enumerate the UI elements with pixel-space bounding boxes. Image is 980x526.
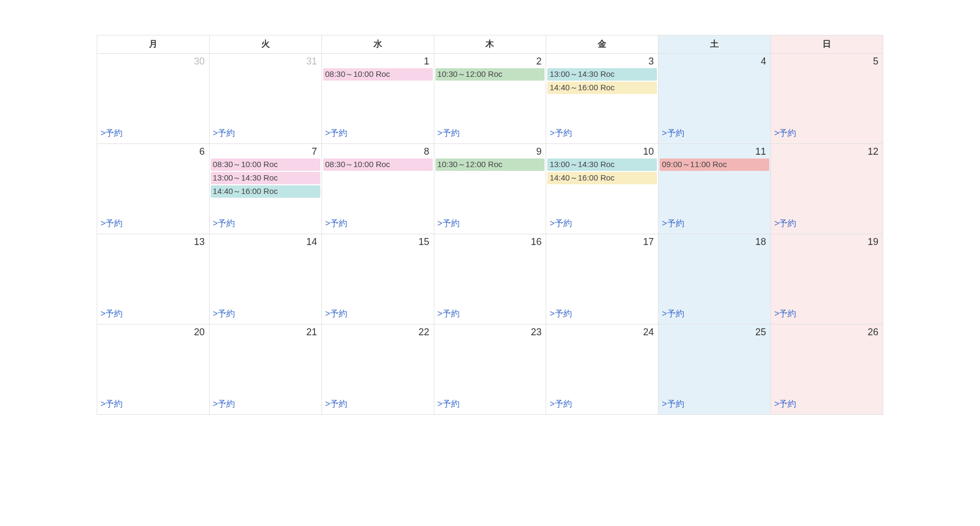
day-cell: 18>予約 (659, 234, 771, 325)
calendar-event[interactable]: 13:00～14:30 Roc (547, 158, 657, 171)
day-cell: 26>予約 (771, 325, 883, 415)
day-cell: 17>予約 (546, 234, 659, 325)
day-number: 3 (546, 54, 658, 68)
reserve-link[interactable]: >予約 (659, 305, 770, 324)
day-number: 9 (434, 144, 546, 158)
reserve-link[interactable]: >予約 (97, 395, 209, 414)
day-cell: 15>予約 (322, 234, 434, 325)
calendar-event[interactable]: 08:30～10:00 Roc (211, 158, 320, 171)
reserve-link[interactable]: >予約 (546, 395, 658, 414)
weekday-header: 月 (97, 35, 210, 54)
day-cell: 13>予約 (97, 234, 210, 325)
day-cell: 108:30～10:00 Roc>予約 (322, 54, 434, 144)
day-number: 23 (434, 325, 546, 339)
weekday-header: 木 (434, 35, 547, 54)
weekday-header: 金 (546, 35, 659, 54)
events-container: 08:30～10:00 Roc (322, 68, 434, 81)
reserve-link[interactable]: >予約 (434, 125, 546, 143)
calendar-event[interactable]: 14:40～16:00 Roc (211, 185, 320, 198)
day-number: 24 (546, 325, 658, 339)
day-number: 22 (322, 325, 434, 339)
reserve-link[interactable]: >予約 (546, 215, 658, 234)
reserve-link[interactable]: >予約 (546, 125, 658, 143)
calendar-event[interactable]: 10:30～12:00 Roc (435, 158, 545, 171)
day-number: 16 (434, 234, 546, 249)
calendar-event[interactable]: 08:30～10:00 Roc (323, 68, 433, 81)
weekday-header: 日 (771, 35, 883, 54)
reserve-link[interactable]: >予約 (434, 395, 546, 414)
events-container: 09:00～11:00 Roc (659, 158, 770, 171)
reserve-link[interactable]: >予約 (210, 395, 321, 414)
day-number: 13 (97, 234, 209, 249)
reserve-link[interactable]: >予約 (322, 305, 434, 324)
day-number: 1 (322, 54, 434, 68)
events-container: 10:30～12:00 Roc (434, 68, 546, 81)
calendar-grid: 月火水木金土日30>予約31>予約108:30～10:00 Roc>予約210:… (97, 35, 883, 415)
day-number: 17 (546, 234, 658, 249)
events-container: 10:30～12:00 Roc (434, 158, 546, 171)
events-container: 08:30～10:00 Roc13:00～14:30 Roc14:40～16:0… (210, 158, 321, 198)
reserve-link[interactable]: >予約 (771, 215, 883, 234)
day-number: 14 (210, 234, 321, 249)
day-cell: 4>予約 (659, 54, 771, 144)
reserve-link[interactable]: >予約 (97, 125, 209, 143)
reserve-link[interactable]: >予約 (210, 215, 321, 234)
events-container: 08:30～10:00 Roc (322, 158, 434, 171)
reserve-link[interactable]: >予約 (210, 125, 321, 143)
day-number: 12 (771, 144, 883, 158)
day-cell: 14>予約 (210, 234, 322, 325)
day-cell: 30>予約 (97, 54, 210, 144)
reserve-link[interactable]: >予約 (322, 125, 434, 143)
day-number: 15 (322, 234, 434, 249)
reserve-link[interactable]: >予約 (97, 305, 209, 324)
day-cell: 12>予約 (771, 144, 883, 234)
day-cell: 210:30～12:00 Roc>予約 (434, 54, 547, 144)
calendar-event[interactable]: 14:40～16:00 Roc (547, 172, 657, 184)
day-number: 11 (659, 144, 770, 158)
day-number: 7 (210, 144, 321, 158)
reserve-link[interactable]: >予約 (546, 305, 658, 324)
day-cell: 21>予約 (210, 325, 322, 415)
reserve-link[interactable]: >予約 (771, 305, 883, 324)
reserve-link[interactable]: >予約 (659, 215, 770, 234)
day-cell: 313:00～14:30 Roc14:40～16:00 Roc>予約 (546, 54, 659, 144)
calendar-event[interactable]: 13:00～14:30 Roc (547, 68, 657, 81)
weekday-header: 火 (210, 35, 322, 54)
day-number: 30 (97, 54, 209, 68)
day-cell: 19>予約 (771, 234, 883, 325)
day-cell: 808:30～10:00 Roc>予約 (322, 144, 434, 234)
day-cell: 22>予約 (322, 325, 434, 415)
calendar-event[interactable]: 13:00～14:30 Roc (211, 172, 320, 184)
reserve-link[interactable]: >予約 (322, 215, 434, 234)
calendar-event[interactable]: 10:30～12:00 Roc (435, 68, 545, 81)
calendar-event[interactable]: 08:30～10:00 Roc (323, 158, 433, 171)
day-number: 19 (771, 234, 883, 249)
day-cell: 20>予約 (97, 325, 210, 415)
reserve-link[interactable]: >予約 (434, 215, 546, 234)
day-cell: 5>予約 (771, 54, 883, 144)
reserve-link[interactable]: >予約 (659, 395, 770, 414)
day-number: 31 (210, 54, 321, 68)
reserve-link[interactable]: >予約 (322, 395, 434, 414)
day-number: 26 (771, 325, 883, 339)
day-cell: 31>予約 (210, 54, 322, 144)
day-number: 20 (97, 325, 209, 339)
reserve-link[interactable]: >予約 (97, 215, 209, 234)
calendar-event[interactable]: 09:00～11:00 Roc (660, 158, 769, 171)
day-cell: 6>予約 (97, 144, 210, 234)
events-container: 13:00～14:30 Roc14:40～16:00 Roc (546, 68, 658, 94)
reserve-link[interactable]: >予約 (210, 305, 321, 324)
day-number: 25 (659, 325, 770, 339)
day-cell: 1109:00～11:00 Roc>予約 (659, 144, 771, 234)
day-cell: 910:30～12:00 Roc>予約 (434, 144, 547, 234)
day-number: 10 (546, 144, 658, 158)
reserve-link[interactable]: >予約 (434, 305, 546, 324)
reserve-link[interactable]: >予約 (771, 125, 883, 143)
day-cell: 25>予約 (659, 325, 771, 415)
calendar-event[interactable]: 14:40～16:00 Roc (547, 82, 657, 94)
day-cell: 24>予約 (546, 325, 659, 415)
day-cell: 708:30～10:00 Roc13:00～14:30 Roc14:40～16:… (210, 144, 322, 234)
day-number: 5 (771, 54, 883, 68)
reserve-link[interactable]: >予約 (659, 125, 770, 143)
reserve-link[interactable]: >予約 (771, 395, 883, 414)
